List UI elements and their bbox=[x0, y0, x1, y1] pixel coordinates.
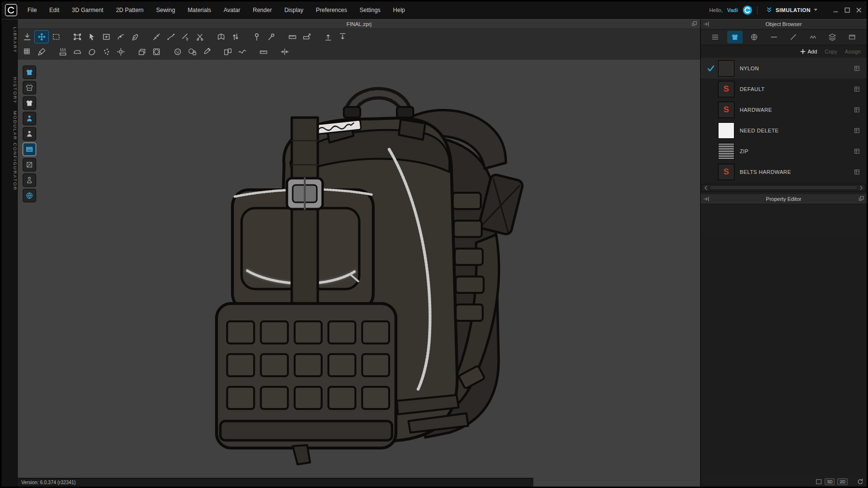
show-environment-icon[interactable] bbox=[23, 189, 36, 202]
simulate-icon[interactable] bbox=[20, 30, 34, 43]
avatar-tab-icon[interactable] bbox=[746, 31, 762, 43]
arrange-icon[interactable] bbox=[220, 45, 235, 58]
menu-help[interactable]: Help bbox=[387, 1, 411, 19]
show-avatar-skin-icon[interactable] bbox=[23, 112, 36, 125]
edit-tape-icon[interactable] bbox=[299, 30, 314, 43]
material-thumbnail[interactable]: S bbox=[718, 164, 734, 180]
menu-edit[interactable]: Edit bbox=[43, 1, 66, 19]
smooth-icon[interactable] bbox=[235, 45, 249, 58]
tack-icon[interactable] bbox=[264, 30, 278, 43]
minimize-button[interactable] bbox=[833, 7, 839, 13]
backpack-3d-model[interactable] bbox=[206, 64, 534, 471]
brush-icon[interactable] bbox=[34, 45, 49, 58]
trace-pen-icon[interactable] bbox=[128, 30, 142, 43]
free-sewing-icon[interactable] bbox=[163, 30, 178, 43]
seam-tab-icon[interactable] bbox=[766, 31, 782, 43]
menu-display[interactable]: Display bbox=[278, 1, 310, 19]
menu-avatar[interactable]: Avatar bbox=[217, 1, 246, 19]
scroll-left-icon[interactable] bbox=[703, 185, 709, 191]
material-thumbnail[interactable] bbox=[718, 122, 734, 139]
menu-render[interactable]: Render bbox=[246, 1, 278, 19]
material-row-hardware[interactable]: S HARDWARE bbox=[701, 99, 867, 120]
add-point-icon[interactable] bbox=[99, 30, 113, 43]
transform-pattern-icon[interactable] bbox=[70, 30, 84, 43]
menu-preferences[interactable]: Preferences bbox=[310, 1, 353, 19]
collapse-property-icon[interactable] bbox=[703, 196, 710, 202]
material-row-need-delete[interactable]: NEED DELETE bbox=[701, 120, 867, 141]
copy-button[interactable]: Copy bbox=[825, 49, 837, 54]
assign-button[interactable]: Assign bbox=[845, 49, 861, 54]
pattern-assign-icon[interactable] bbox=[854, 66, 860, 71]
flatten-down-icon[interactable] bbox=[335, 30, 350, 43]
menu-file[interactable]: File bbox=[21, 1, 43, 19]
blank-view-icon[interactable] bbox=[815, 478, 822, 485]
marquee-select-icon[interactable] bbox=[49, 30, 63, 43]
maximize-button[interactable] bbox=[844, 7, 850, 13]
edit-pattern-icon[interactable] bbox=[84, 30, 99, 43]
refresh-icon[interactable] bbox=[857, 478, 864, 485]
username-link[interactable]: Vadi bbox=[727, 7, 738, 13]
toggle-2d-view[interactable]: 2D bbox=[837, 478, 848, 485]
menu-3d-garment[interactable]: 3D Garment bbox=[66, 1, 109, 19]
show-avatar-icon[interactable] bbox=[23, 81, 36, 94]
collapse-panel-icon[interactable] bbox=[703, 21, 710, 27]
undock-property-icon[interactable] bbox=[858, 196, 864, 201]
edit-sewing-icon[interactable] bbox=[178, 30, 192, 43]
avatar-face-icon[interactable] bbox=[170, 45, 185, 58]
scene-list-tab-icon[interactable] bbox=[707, 31, 723, 43]
material-thumbnail[interactable]: S bbox=[718, 102, 734, 118]
show-base-garment-icon[interactable] bbox=[23, 96, 36, 110]
menu-materials[interactable]: Materials bbox=[181, 1, 217, 19]
flatten-up-icon[interactable] bbox=[321, 30, 335, 43]
detach-sewing-icon[interactable] bbox=[192, 30, 207, 43]
scrollbar-track[interactable] bbox=[710, 185, 857, 190]
toggle-3d-view[interactable]: 3D bbox=[825, 478, 835, 485]
pattern-assign-icon[interactable] bbox=[854, 86, 860, 92]
scroll-right-icon[interactable] bbox=[858, 185, 864, 191]
menu-sewing[interactable]: Sewing bbox=[150, 1, 181, 19]
simulation-mode-dropdown[interactable]: SIMULATION bbox=[762, 5, 822, 15]
material-thumbnail[interactable] bbox=[718, 60, 734, 77]
fabric-layer-tab-icon[interactable] bbox=[805, 31, 821, 43]
undock-view-icon[interactable] bbox=[692, 21, 697, 26]
menu-settings[interactable]: Settings bbox=[353, 1, 387, 19]
press-icon[interactable] bbox=[70, 45, 84, 58]
viewport-3d[interactable] bbox=[18, 60, 700, 478]
pressure-icon[interactable] bbox=[113, 45, 128, 58]
material-row-belts-hardware[interactable]: S BELTS HARDWARE bbox=[701, 161, 867, 182]
pattern-assign-icon[interactable] bbox=[854, 128, 860, 133]
pattern-assign-icon[interactable] bbox=[854, 148, 860, 154]
tab-modular-configurator[interactable]: MODULAR CONFIGURATOR bbox=[1, 110, 18, 191]
clo-logo-icon[interactable] bbox=[5, 4, 17, 16]
steam-icon[interactable] bbox=[55, 45, 70, 58]
pattern-assign-icon[interactable] bbox=[854, 169, 860, 175]
material-row-zip[interactable]: ZIP bbox=[701, 141, 867, 161]
select-mesh-icon[interactable] bbox=[20, 45, 34, 58]
avatar-lock-icon[interactable] bbox=[185, 45, 199, 58]
edit-curvature-icon[interactable] bbox=[113, 30, 128, 43]
tab-library[interactable]: LIBRARY bbox=[1, 26, 18, 53]
material-row-default[interactable]: S DEFAULT bbox=[701, 79, 867, 99]
grainline-icon[interactable] bbox=[228, 30, 243, 43]
material-row-nylon[interactable]: NYLON bbox=[701, 58, 867, 79]
garment-tab-icon[interactable] bbox=[727, 31, 743, 43]
show-mannequin-icon[interactable] bbox=[23, 127, 36, 141]
particle-distance-icon[interactable] bbox=[99, 45, 113, 58]
tab-history[interactable]: HISTORY bbox=[1, 76, 18, 104]
material-thumbnail[interactable]: S bbox=[718, 81, 734, 97]
pipette-icon[interactable] bbox=[199, 45, 214, 58]
select-move-tool-icon[interactable] bbox=[34, 30, 49, 43]
ruler-icon[interactable] bbox=[256, 45, 271, 58]
fold-arrangement-icon[interactable] bbox=[214, 30, 228, 43]
hardware-tab-icon[interactable] bbox=[844, 31, 860, 43]
align-center-icon[interactable] bbox=[277, 45, 292, 58]
menu-2d-pattern[interactable]: 2D Pattern bbox=[109, 1, 149, 19]
show-halftone-icon[interactable] bbox=[23, 158, 36, 171]
show-fabric-icon[interactable] bbox=[23, 143, 36, 156]
solidify-icon[interactable] bbox=[135, 45, 149, 58]
material-list-scrollbar[interactable] bbox=[702, 184, 866, 191]
pin-icon[interactable] bbox=[249, 30, 264, 43]
closet-cloud-icon[interactable] bbox=[742, 5, 753, 15]
quilting-icon[interactable] bbox=[149, 45, 163, 58]
material-thumbnail[interactable] bbox=[718, 143, 734, 159]
